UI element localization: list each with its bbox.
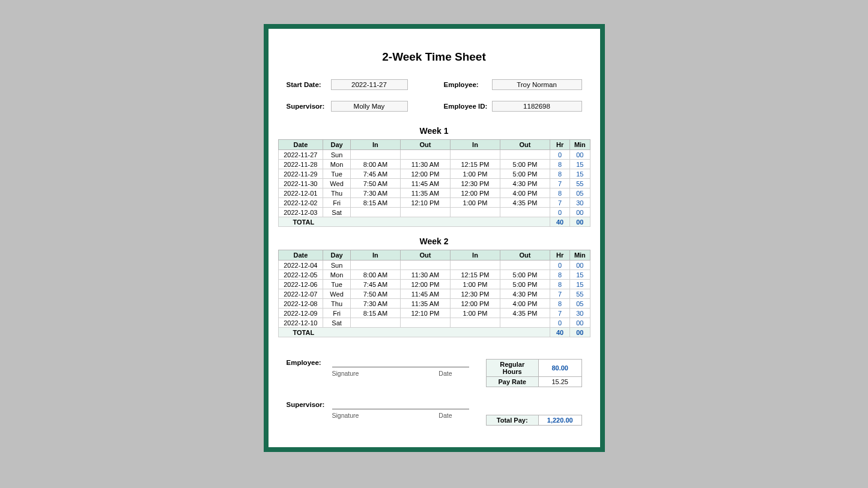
employee-sig-hint: Signature <box>332 370 359 377</box>
employee-id-value[interactable]: 1182698 <box>492 101 582 112</box>
cell-in2[interactable]: 12:30 PM <box>450 179 500 188</box>
cell-out1[interactable]: 12:10 PM <box>400 198 450 208</box>
cell-out2[interactable] <box>500 208 550 217</box>
cell-in2[interactable]: 1:00 PM <box>450 169 500 179</box>
cell-in2[interactable]: 1:00 PM <box>450 198 500 208</box>
cell-out1[interactable]: 11:45 AM <box>400 179 450 188</box>
cell-out1[interactable] <box>400 318 450 328</box>
col-date: Date <box>278 250 323 261</box>
cell-in2[interactable] <box>450 318 500 328</box>
employee-sig-line[interactable] <box>332 366 469 367</box>
cell-in1[interactable]: 7:45 AM <box>350 169 400 179</box>
cell-in2[interactable]: 12:00 PM <box>450 299 500 309</box>
cell-in2[interactable] <box>450 261 500 270</box>
cell-out2[interactable] <box>500 261 550 270</box>
cell-out2[interactable]: 5:00 PM <box>500 160 550 169</box>
supervisor-sig-label: Supervisor: <box>287 401 329 409</box>
cell-day: Wed <box>323 179 351 188</box>
cell-in2[interactable] <box>450 208 500 217</box>
week1-header-row: Date Day In Out In Out Hr Min <box>278 140 590 150</box>
start-date-value[interactable]: 2022-11-27 <box>331 79 408 90</box>
cell-day: Mon <box>323 160 351 169</box>
col-day: Day <box>323 140 351 150</box>
cell-min: 55 <box>570 289 590 299</box>
col-in2: In <box>450 250 500 261</box>
table-row: 2022-12-01Thu7:30 AM11:35 AM12:00 PM4:00… <box>278 188 590 198</box>
supervisor-value[interactable]: Molly May <box>331 101 408 112</box>
cell-out2[interactable]: 5:00 PM <box>500 169 550 179</box>
cell-day: Fri <box>323 198 351 208</box>
cell-in1[interactable] <box>350 150 400 160</box>
cell-out2[interactable] <box>500 150 550 160</box>
cell-min: 30 <box>570 198 590 208</box>
cell-out1[interactable]: 12:00 PM <box>400 169 450 179</box>
cell-in1[interactable]: 8:00 AM <box>350 270 400 280</box>
cell-out2[interactable]: 4:30 PM <box>500 289 550 299</box>
employee-label: Employee: <box>444 81 492 88</box>
cell-in1[interactable]: 7:45 AM <box>350 280 400 289</box>
cell-day: Tue <box>323 169 351 179</box>
cell-out2[interactable]: 5:00 PM <box>500 270 550 280</box>
cell-date: 2022-11-27 <box>278 150 323 160</box>
cell-in1[interactable]: 8:15 AM <box>350 309 400 318</box>
cell-min: 00 <box>570 208 590 217</box>
cell-date: 2022-12-05 <box>278 270 323 280</box>
cell-out2[interactable]: 4:00 PM <box>500 299 550 309</box>
total-label: TOTAL <box>278 217 550 227</box>
cell-in1[interactable]: 7:50 AM <box>350 289 400 299</box>
cell-in1[interactable]: 7:30 AM <box>350 188 400 198</box>
cell-hr: 7 <box>550 289 570 299</box>
cell-in1[interactable] <box>350 261 400 270</box>
cell-out2[interactable]: 4:00 PM <box>500 188 550 198</box>
cell-in2[interactable]: 12:30 PM <box>450 289 500 299</box>
cell-hr: 8 <box>550 270 570 280</box>
cell-in2[interactable] <box>450 150 500 160</box>
cell-in1[interactable]: 7:50 AM <box>350 179 400 188</box>
cell-out1[interactable]: 12:00 PM <box>400 280 450 289</box>
cell-min: 05 <box>570 188 590 198</box>
total-min: 00 <box>570 328 590 337</box>
cell-in1[interactable] <box>350 208 400 217</box>
cell-out1[interactable] <box>400 208 450 217</box>
cell-in2[interactable]: 1:00 PM <box>450 280 500 289</box>
cell-hr: 8 <box>550 299 570 309</box>
cell-out1[interactable] <box>400 261 450 270</box>
cell-out2[interactable]: 4:30 PM <box>500 179 550 188</box>
cell-out1[interactable]: 11:35 AM <box>400 299 450 309</box>
cell-out2[interactable]: 4:35 PM <box>500 198 550 208</box>
cell-out1[interactable]: 11:45 AM <box>400 289 450 299</box>
cell-out1[interactable]: 12:10 PM <box>400 309 450 318</box>
cell-in1[interactable] <box>350 318 400 328</box>
cell-min: 55 <box>570 179 590 188</box>
cell-day: Thu <box>323 299 351 309</box>
cell-hr: 0 <box>550 318 570 328</box>
cell-in2[interactable]: 12:00 PM <box>450 188 500 198</box>
cell-out2[interactable]: 5:00 PM <box>500 280 550 289</box>
supervisor-sig-line[interactable] <box>332 408 469 409</box>
cell-date: 2022-12-08 <box>278 299 323 309</box>
col-in2: In <box>450 140 500 150</box>
cell-out1[interactable]: 11:30 AM <box>400 270 450 280</box>
cell-min: 30 <box>570 309 590 318</box>
cell-in2[interactable]: 12:15 PM <box>450 160 500 169</box>
employee-value[interactable]: Troy Norman <box>492 79 582 90</box>
total-pay-label: Total Pay: <box>486 415 538 426</box>
cell-day: Thu <box>323 188 351 198</box>
week2-total-row: TOTAL4000 <box>278 328 590 337</box>
document-body: 2-Week Time Sheet Start Date: 2022-11-27… <box>269 29 600 447</box>
cell-out2[interactable]: 4:35 PM <box>500 309 550 318</box>
cell-in1[interactable]: 8:00 AM <box>350 160 400 169</box>
cell-in2[interactable]: 1:00 PM <box>450 309 500 318</box>
cell-out1[interactable] <box>400 150 450 160</box>
info-section: Start Date: 2022-11-27 Employee: Troy No… <box>278 79 590 112</box>
cell-in2[interactable]: 12:15 PM <box>450 270 500 280</box>
col-hr: Hr <box>550 140 570 150</box>
cell-out1[interactable]: 11:30 AM <box>400 160 450 169</box>
cell-in1[interactable]: 8:15 AM <box>350 198 400 208</box>
cell-in1[interactable]: 7:30 AM <box>350 299 400 309</box>
footer-section: Employee: Signature Date Supervisor: <box>278 359 590 426</box>
cell-day: Sun <box>323 261 351 270</box>
pay-rate-value: 15.25 <box>538 377 581 387</box>
cell-out1[interactable]: 11:35 AM <box>400 188 450 198</box>
cell-out2[interactable] <box>500 318 550 328</box>
